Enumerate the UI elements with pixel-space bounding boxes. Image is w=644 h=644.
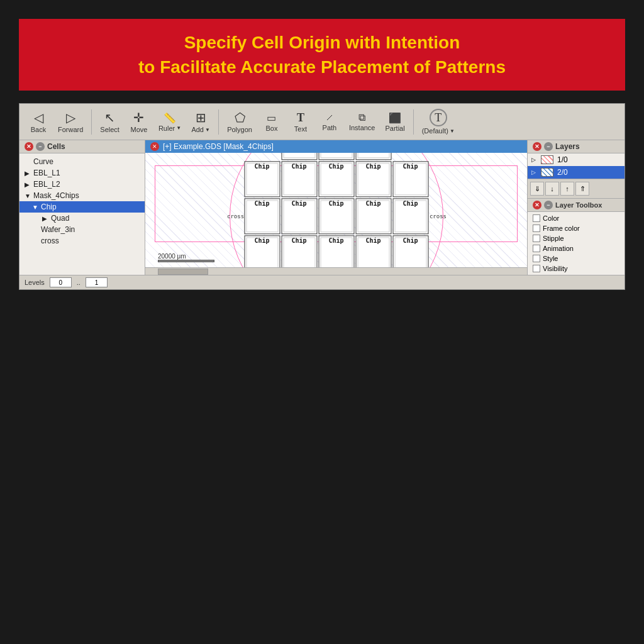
- layer-toolbox-header: ✕ − Layer Toolbox: [528, 198, 625, 212]
- tree-item-ebl-l2[interactable]: ▶ EBL_L2: [19, 179, 145, 190]
- chip-cell-22[interactable]: Chip: [318, 198, 354, 234]
- cross-label-right: cross: [430, 213, 447, 219]
- layer-toolbox-title: Layer Toolbox: [555, 201, 602, 209]
- chip-cell-empty-04: [392, 153, 428, 160]
- toolbox-checkbox-stipple[interactable]: [533, 235, 540, 242]
- chip-cell-24[interactable]: Chip cross: [392, 198, 428, 234]
- cross-label-left: cross: [227, 213, 244, 219]
- chip-cell-21[interactable]: Chip: [281, 198, 317, 234]
- default-icon: T: [430, 109, 447, 126]
- scale-text: 20000 μm: [158, 253, 186, 260]
- chip-cell-13[interactable]: Chip: [355, 161, 391, 197]
- layers-list: ▷ 1/0 ▷ 2/0: [528, 153, 625, 179]
- canvas-header: ✕ [+] Example.GDS [Mask_4Chips]: [145, 140, 527, 153]
- tree-item-curve[interactable]: Curve: [19, 156, 145, 167]
- tree-toggle-ebl-l1: ▶: [25, 170, 32, 177]
- move-button[interactable]: ✛ Move: [125, 108, 153, 136]
- select-button[interactable]: ↖ Select: [96, 108, 124, 136]
- default-button[interactable]: T (Default) ▼: [418, 106, 459, 137]
- add-button[interactable]: ⊞ Add ▼: [187, 108, 214, 136]
- chip-cell-03[interactable]: Chip: [355, 153, 391, 160]
- scrollbar-thumb[interactable]: [158, 269, 208, 275]
- toolbox-checkbox-animation[interactable]: [533, 245, 540, 252]
- cells-panel-header: ✕ − Cells: [19, 140, 145, 153]
- chip-cell-02[interactable]: Chip: [318, 153, 354, 160]
- partial-button[interactable]: ⬛ Partial: [381, 109, 409, 135]
- chip-cell-10[interactable]: Chip: [244, 161, 280, 197]
- toolbar: ◁ Back ▷ Forward ↖ Select ✛ Move 📏 Ruler…: [19, 104, 625, 140]
- chip-cell-23[interactable]: Chip: [355, 198, 391, 234]
- back-button[interactable]: ◁ Back: [25, 108, 52, 136]
- center-panel: ✕ [+] Example.GDS [Mask_4Chips] Chip: [145, 140, 527, 275]
- ruler-dropdown-arrow: ▼: [176, 125, 181, 131]
- toolbox-color[interactable]: Color: [528, 213, 625, 223]
- tree-item-wafer3in[interactable]: Wafer_3in: [19, 224, 145, 235]
- layer-move-down-button[interactable]: ↓: [545, 182, 559, 196]
- scale-bar: 20000 μm: [158, 253, 214, 262]
- select-icon: ↖: [104, 110, 115, 125]
- polygon-button[interactable]: ⬠ Polygon: [223, 108, 257, 136]
- chip-cell-14[interactable]: Chip: [392, 161, 428, 197]
- instance-button[interactable]: ⧉ Instance: [345, 109, 380, 134]
- tree-item-ebl-l1[interactable]: ▶ EBL_L1: [19, 167, 145, 179]
- layers-minimize-button[interactable]: −: [544, 142, 553, 151]
- polygon-icon: ⬠: [235, 110, 245, 125]
- forward-button[interactable]: ▷ Forward: [53, 108, 87, 136]
- path-button[interactable]: ⟋ Path: [316, 109, 343, 134]
- levels-separator: ..: [77, 279, 80, 286]
- layer-expand-1: ▷: [531, 157, 536, 163]
- toolbox-checkbox-style[interactable]: [533, 255, 540, 262]
- chip-cell-01[interactable]: Chip: [281, 153, 317, 160]
- layer-item-2[interactable]: ▷ 2/0: [528, 166, 625, 179]
- tree-item-cross[interactable]: cross: [19, 235, 145, 247]
- cells-minimize-button[interactable]: −: [36, 142, 45, 151]
- chip-cell-11[interactable]: Chip: [281, 161, 317, 197]
- canvas-title: [+] Example.GDS [Mask_4Chips]: [163, 142, 274, 151]
- tree-toggle-ebl-l2: ▶: [25, 181, 32, 188]
- chip-cell-31[interactable]: Chip: [281, 235, 317, 267]
- ruler-button[interactable]: 📏 Ruler ▼: [154, 109, 186, 135]
- layer-item-1[interactable]: ▷ 1/0: [528, 153, 625, 166]
- toolbox-visibility[interactable]: Visibility: [528, 264, 625, 274]
- tree-toggle-mask4chips: ▼: [25, 192, 32, 199]
- tree-item-mask4chips[interactable]: ▼ Mask_4Chips: [19, 190, 145, 201]
- cells-panel: ✕ − Cells Curve ▶ EBL_L1 ▶ EBL_L2 ▼: [19, 140, 145, 275]
- levels-to-input[interactable]: [86, 277, 108, 287]
- levels-from-input[interactable]: [50, 277, 72, 287]
- text-button[interactable]: T Text: [287, 109, 314, 135]
- toolbox-minimize-button[interactable]: −: [544, 201, 553, 209]
- layer-label-1: 1/0: [557, 155, 568, 164]
- canvas-close-button[interactable]: ✕: [150, 142, 159, 151]
- toolbox-checkbox-color[interactable]: [533, 214, 540, 222]
- toolbox-close-button[interactable]: ✕: [533, 201, 541, 209]
- toolbox-frame-color[interactable]: Frame color: [528, 223, 625, 233]
- layer-move-up-button[interactable]: ↑: [560, 182, 574, 196]
- box-button[interactable]: ▭ Box: [258, 109, 286, 135]
- chip-cell-34[interactable]: Chip: [392, 235, 428, 267]
- layer-move-top-button[interactable]: ⇑: [575, 182, 589, 196]
- chip-cell-30[interactable]: Chip: [244, 235, 280, 267]
- toolbox-checkbox-frame-color[interactable]: [533, 225, 540, 232]
- horizontal-scrollbar[interactable]: [145, 267, 527, 275]
- chip-cell-12[interactable]: Chip: [318, 161, 354, 197]
- header-banner: Specify Cell Origin with Intention to Fa…: [19, 19, 625, 91]
- tree-toggle-quad: ▶: [42, 215, 50, 222]
- tree-list: Curve ▶ EBL_L1 ▶ EBL_L2 ▼ Mask_4Chips ▼ …: [19, 153, 145, 275]
- toolbox-animation[interactable]: Animation: [528, 243, 625, 253]
- instance-icon: ⧉: [358, 112, 365, 123]
- chip-cell-33[interactable]: Chip: [355, 235, 391, 267]
- chip-cell-20[interactable]: Chip cross: [244, 198, 280, 234]
- toolbox-style[interactable]: Style: [528, 253, 625, 264]
- status-bar: Levels ..: [19, 275, 625, 289]
- cells-close-button[interactable]: ✕: [25, 142, 33, 151]
- layers-close-button[interactable]: ✕: [533, 142, 541, 151]
- layer-move-bottom-button[interactable]: ⇓: [530, 182, 544, 196]
- canvas-area[interactable]: Chip Chip Chip Chip: [145, 153, 527, 267]
- toolbox-stipple[interactable]: Stipple: [528, 233, 625, 243]
- chip-cell-32[interactable]: Chip: [318, 235, 354, 267]
- levels-label: Levels: [25, 279, 45, 286]
- tree-item-chip[interactable]: ▼ Chip: [19, 201, 145, 213]
- tree-item-quad[interactable]: ▶ Quad: [19, 213, 145, 224]
- add-icon: ⊞: [196, 110, 206, 125]
- toolbox-checkbox-visibility[interactable]: [533, 265, 540, 272]
